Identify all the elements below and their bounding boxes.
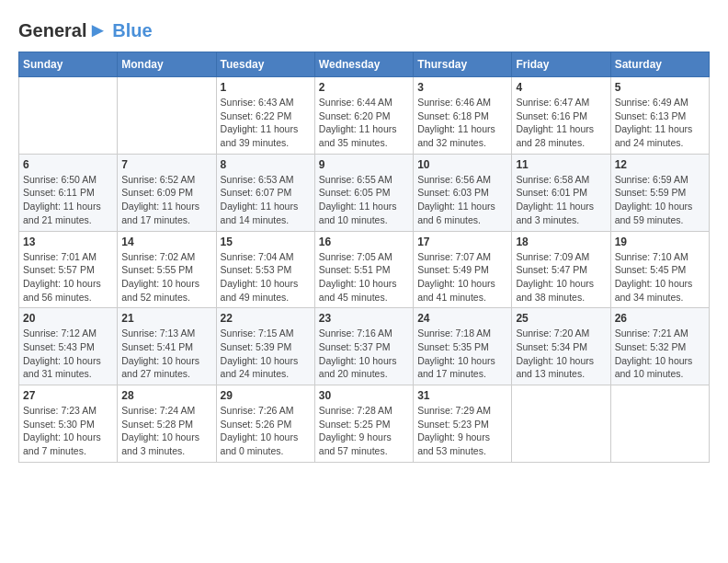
day-number: 22	[221, 312, 311, 325]
day-info: Sunrise: 7:04 AMSunset: 5:53 PMDaylight:…	[221, 250, 311, 304]
calendar-cell: 8Sunrise: 6:53 AMSunset: 6:07 PMDaylight…	[216, 154, 314, 231]
day-info: Sunrise: 6:43 AMSunset: 6:22 PMDaylight:…	[221, 96, 311, 150]
calendar-cell: 31Sunrise: 7:29 AMSunset: 5:23 PMDayligh…	[414, 385, 512, 463]
weekday-header-sunday: Sunday	[19, 52, 118, 77]
calendar-cell: 29Sunrise: 7:26 AMSunset: 5:26 PMDayligh…	[216, 385, 314, 463]
calendar-cell: 27Sunrise: 7:23 AMSunset: 5:30 PMDayligh…	[19, 385, 118, 463]
calendar-cell: 21Sunrise: 7:13 AMSunset: 5:41 PMDayligh…	[118, 308, 216, 385]
day-number: 16	[319, 236, 409, 248]
calendar-cell: 30Sunrise: 7:28 AMSunset: 5:25 PMDayligh…	[314, 385, 413, 463]
day-info: Sunrise: 7:13 AMSunset: 5:41 PMDaylight:…	[121, 327, 211, 381]
weekday-header-saturday: Saturday	[610, 52, 709, 77]
calendar-week-2: 6Sunrise: 6:50 AMSunset: 6:11 PMDaylight…	[19, 154, 710, 231]
calendar-cell: 24Sunrise: 7:18 AMSunset: 5:35 PMDayligh…	[414, 308, 512, 385]
calendar-header-row: SundayMondayTuesdayWednesdayThursdayFrid…	[19, 52, 710, 77]
calendar-cell: 10Sunrise: 6:56 AMSunset: 6:03 PMDayligh…	[414, 154, 512, 231]
day-number: 24	[417, 312, 507, 325]
day-info: Sunrise: 7:01 AMSunset: 5:57 PMDaylight:…	[23, 250, 113, 304]
day-number: 17	[417, 236, 507, 248]
calendar-cell: 25Sunrise: 7:20 AMSunset: 5:34 PMDayligh…	[512, 308, 610, 385]
day-info: Sunrise: 7:05 AMSunset: 5:51 PMDaylight:…	[319, 250, 409, 304]
logo-bird-icon: ►	[87, 18, 108, 42]
day-number: 25	[516, 312, 606, 325]
day-number: 23	[319, 312, 409, 325]
calendar-cell: 28Sunrise: 7:24 AMSunset: 5:28 PMDayligh…	[118, 385, 216, 463]
day-number: 19	[615, 236, 705, 248]
day-info: Sunrise: 7:20 AMSunset: 5:34 PMDaylight:…	[516, 327, 606, 381]
calendar-week-3: 13Sunrise: 7:01 AMSunset: 5:57 PMDayligh…	[19, 231, 710, 308]
day-info: Sunrise: 7:07 AMSunset: 5:49 PMDaylight:…	[417, 250, 507, 304]
calendar-cell: 22Sunrise: 7:15 AMSunset: 5:39 PMDayligh…	[216, 308, 314, 385]
day-number: 14	[121, 236, 211, 248]
day-number: 3	[417, 81, 507, 94]
calendar-cell: 5Sunrise: 6:49 AMSunset: 6:13 PMDaylight…	[610, 77, 709, 155]
day-number: 13	[23, 236, 113, 248]
day-info: Sunrise: 7:02 AMSunset: 5:55 PMDaylight:…	[121, 250, 211, 304]
logo-blue-text: Blue	[112, 20, 152, 40]
weekday-header-monday: Monday	[118, 52, 216, 77]
calendar-cell	[19, 77, 118, 155]
calendar-cell: 13Sunrise: 7:01 AMSunset: 5:57 PMDayligh…	[19, 231, 118, 308]
day-number: 9	[319, 158, 409, 171]
day-info: Sunrise: 6:46 AMSunset: 6:18 PMDaylight:…	[417, 96, 507, 150]
calendar-cell: 14Sunrise: 7:02 AMSunset: 5:55 PMDayligh…	[118, 231, 216, 308]
calendar-week-5: 27Sunrise: 7:23 AMSunset: 5:30 PMDayligh…	[19, 385, 710, 463]
logo: General ► Blue	[18, 18, 153, 42]
logo-text: General	[18, 20, 86, 41]
day-info: Sunrise: 7:18 AMSunset: 5:35 PMDaylight:…	[417, 327, 507, 381]
calendar-cell	[118, 77, 216, 155]
weekday-header-thursday: Thursday	[414, 52, 512, 77]
calendar-cell: 18Sunrise: 7:09 AMSunset: 5:47 PMDayligh…	[512, 231, 610, 308]
calendar-cell: 12Sunrise: 6:59 AMSunset: 5:59 PMDayligh…	[610, 154, 709, 231]
day-number: 10	[417, 158, 507, 171]
day-number: 21	[121, 312, 211, 325]
weekday-header-friday: Friday	[512, 52, 610, 77]
calendar-cell: 20Sunrise: 7:12 AMSunset: 5:43 PMDayligh…	[19, 308, 118, 385]
calendar-cell: 7Sunrise: 6:52 AMSunset: 6:09 PMDaylight…	[118, 154, 216, 231]
weekday-header-tuesday: Tuesday	[216, 52, 314, 77]
day-info: Sunrise: 7:16 AMSunset: 5:37 PMDaylight:…	[319, 327, 409, 381]
day-info: Sunrise: 7:23 AMSunset: 5:30 PMDaylight:…	[23, 404, 113, 458]
day-number: 8	[221, 158, 311, 171]
weekday-header-wednesday: Wednesday	[314, 52, 413, 77]
calendar-week-1: 1Sunrise: 6:43 AMSunset: 6:22 PMDaylight…	[19, 77, 710, 155]
day-info: Sunrise: 7:09 AMSunset: 5:47 PMDaylight:…	[516, 250, 606, 304]
day-number: 26	[615, 312, 705, 325]
calendar-cell: 11Sunrise: 6:58 AMSunset: 6:01 PMDayligh…	[512, 154, 610, 231]
calendar-cell: 9Sunrise: 6:55 AMSunset: 6:05 PMDaylight…	[314, 154, 413, 231]
day-number: 29	[221, 389, 311, 402]
calendar-cell: 4Sunrise: 6:47 AMSunset: 6:16 PMDaylight…	[512, 77, 610, 155]
calendar-cell: 6Sunrise: 6:50 AMSunset: 6:11 PMDaylight…	[19, 154, 118, 231]
day-number: 18	[516, 236, 606, 248]
day-info: Sunrise: 7:12 AMSunset: 5:43 PMDaylight:…	[23, 327, 113, 381]
calendar-cell: 19Sunrise: 7:10 AMSunset: 5:45 PMDayligh…	[610, 231, 709, 308]
day-info: Sunrise: 6:59 AMSunset: 5:59 PMDaylight:…	[615, 173, 705, 227]
calendar-cell	[610, 385, 709, 463]
day-number: 7	[121, 158, 211, 171]
calendar-week-4: 20Sunrise: 7:12 AMSunset: 5:43 PMDayligh…	[19, 308, 710, 385]
day-info: Sunrise: 6:58 AMSunset: 6:01 PMDaylight:…	[516, 173, 606, 227]
day-info: Sunrise: 6:47 AMSunset: 6:16 PMDaylight:…	[516, 96, 606, 150]
calendar-cell: 16Sunrise: 7:05 AMSunset: 5:51 PMDayligh…	[314, 231, 413, 308]
day-info: Sunrise: 6:52 AMSunset: 6:09 PMDaylight:…	[121, 173, 211, 227]
day-number: 11	[516, 158, 606, 171]
day-number: 28	[121, 389, 211, 402]
calendar-cell: 15Sunrise: 7:04 AMSunset: 5:53 PMDayligh…	[216, 231, 314, 308]
calendar-cell: 1Sunrise: 6:43 AMSunset: 6:22 PMDaylight…	[216, 77, 314, 155]
day-number: 1	[221, 81, 311, 94]
page-header: General ► Blue	[18, 18, 710, 42]
day-number: 31	[417, 389, 507, 402]
day-number: 15	[221, 236, 311, 248]
day-info: Sunrise: 6:44 AMSunset: 6:20 PMDaylight:…	[319, 96, 409, 150]
day-number: 6	[23, 158, 113, 171]
calendar-cell	[512, 385, 610, 463]
day-info: Sunrise: 6:55 AMSunset: 6:05 PMDaylight:…	[319, 173, 409, 227]
day-info: Sunrise: 6:50 AMSunset: 6:11 PMDaylight:…	[23, 173, 113, 227]
day-number: 5	[615, 81, 705, 94]
day-info: Sunrise: 7:28 AMSunset: 5:25 PMDaylight:…	[319, 404, 409, 458]
day-number: 27	[23, 389, 113, 402]
calendar-cell: 2Sunrise: 6:44 AMSunset: 6:20 PMDaylight…	[314, 77, 413, 155]
day-info: Sunrise: 6:53 AMSunset: 6:07 PMDaylight:…	[221, 173, 311, 227]
day-info: Sunrise: 7:26 AMSunset: 5:26 PMDaylight:…	[221, 404, 311, 458]
calendar-table: SundayMondayTuesdayWednesdayThursdayFrid…	[18, 52, 710, 463]
